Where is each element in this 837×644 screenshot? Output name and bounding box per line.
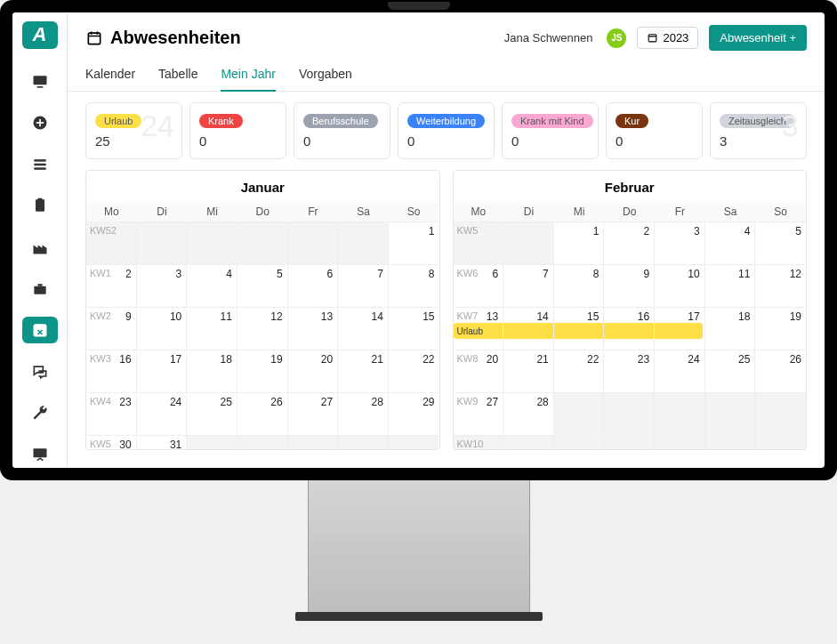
calendar-cell[interactable]: 31 <box>137 436 188 450</box>
calendar-cell[interactable]: 22 <box>389 350 439 393</box>
calendar-cell[interactable]: KW423 <box>86 393 137 436</box>
stat-card-urlaub[interactable]: Urlaub2524 <box>85 102 182 159</box>
calendar-cell[interactable]: 19 <box>755 308 806 350</box>
day-number: 27 <box>321 396 333 408</box>
nav-settings[interactable] <box>22 399 58 427</box>
calendar-cell[interactable]: 9 <box>604 265 655 308</box>
absence-event[interactable]: Urlaub <box>503 323 553 339</box>
tab-mein-jahr[interactable]: Mein Jahr <box>221 61 275 92</box>
calendar-cell[interactable]: 11 <box>705 265 756 308</box>
absence-event[interactable]: Urlaub <box>604 323 654 339</box>
calendar-cell[interactable]: 25 <box>705 350 756 393</box>
calendar-cell[interactable]: 15 <box>389 308 439 350</box>
calendar-cell[interactable]: 8 <box>554 265 605 308</box>
calendar-cell[interactable]: KW66 <box>454 265 504 308</box>
calendar-cell[interactable]: 27 <box>288 393 339 436</box>
absence-event[interactable]: Urlaub <box>655 323 703 339</box>
plus-circle-icon <box>31 114 49 132</box>
day-number: 3 <box>176 268 182 280</box>
tab-tabelle[interactable]: Tabelle <box>158 61 197 92</box>
calendar-cell[interactable]: 1 <box>389 222 439 265</box>
calendar-cell[interactable]: 3 <box>137 265 188 308</box>
calendar-cell[interactable]: 29 <box>389 393 439 436</box>
calendar-cell <box>338 436 389 450</box>
calendar-cell[interactable]: 1 <box>554 222 605 265</box>
calendar-cell[interactable]: 17 <box>137 350 188 393</box>
calendar-cell[interactable]: 26 <box>755 350 806 393</box>
calendar-cell[interactable]: 23 <box>604 350 655 393</box>
stat-card-berufsschule[interactable]: Berufsschule0 <box>294 102 390 159</box>
calendar-cell[interactable]: 18 <box>187 350 237 393</box>
stat-card-zeitausgleich[interactable]: Zeitausgleich33 <box>710 102 807 159</box>
svg-rect-15 <box>649 35 657 42</box>
calendar-cell[interactable]: 19 <box>237 350 288 393</box>
nav-dashboard[interactable] <box>22 68 58 96</box>
calendar-cell[interactable]: 20 <box>288 350 339 393</box>
calendar-cell[interactable]: 24 <box>655 350 705 393</box>
calendar-cell[interactable]: 12 <box>237 308 288 350</box>
calendar-cell[interactable]: 25 <box>187 393 237 436</box>
calendar-cell[interactable]: 13 <box>288 308 339 350</box>
stat-card-krank[interactable]: Krank0 <box>189 102 286 159</box>
stat-card-kur[interactable]: Kur0 <box>606 102 703 159</box>
nav-list[interactable] <box>22 151 58 179</box>
calendar-cell[interactable]: 21 <box>338 350 389 393</box>
calendar-cell[interactable]: 28 <box>338 393 389 436</box>
calendar-cell[interactable]: 28 <box>503 393 554 436</box>
calendar-cell[interactable]: 4 <box>705 222 756 265</box>
nav-export[interactable] <box>22 440 58 468</box>
calendar-cell[interactable]: 24 <box>137 393 188 436</box>
absence-event[interactable]: Urlaub <box>554 323 604 339</box>
new-absence-button[interactable]: Abwesenheit + <box>709 25 807 51</box>
calendar-cell[interactable]: 15Urlaub <box>554 308 605 350</box>
calendar-cell[interactable]: 4 <box>187 265 237 308</box>
calendar-cell[interactable]: KW927 <box>454 393 504 436</box>
absence-event[interactable]: Urlaub <box>454 323 503 339</box>
day-number: 28 <box>536 396 548 408</box>
calendar-cell[interactable]: 11 <box>187 308 237 350</box>
year-selector[interactable]: 2023 <box>637 27 698 49</box>
stat-card-krank-mit-kind[interactable]: Krank mit Kind0 <box>502 102 599 159</box>
weekday-header: Mi <box>554 202 605 222</box>
calendar-cell[interactable]: KW316 <box>86 350 137 393</box>
calendar-cell[interactable]: 12 <box>755 265 806 308</box>
tab-vorgaben[interactable]: Vorgaben <box>299 61 352 92</box>
calendar-cell[interactable]: 10 <box>137 308 188 350</box>
calendar-cell[interactable]: 21 <box>503 350 554 393</box>
nav-chat[interactable] <box>22 358 58 385</box>
calendar-cell[interactable]: 5 <box>237 265 288 308</box>
stat-card-weiterbildung[interactable]: Weiterbildung0 <box>398 102 495 159</box>
calendar-cell[interactable]: 3 <box>655 222 705 265</box>
calendar-cell[interactable]: 8 <box>389 265 439 308</box>
nav-factory[interactable] <box>22 234 58 262</box>
nav-add[interactable] <box>22 109 58 137</box>
calendar-cell: KW10 <box>454 436 504 450</box>
calendar-cell[interactable]: 18 <box>705 308 756 350</box>
day-number: 21 <box>536 353 548 366</box>
app-logo[interactable]: A <box>22 21 58 49</box>
tab-kalender[interactable]: Kalender <box>85 61 135 92</box>
calendar-cell[interactable]: 16Urlaub <box>604 308 655 350</box>
week-number: KW4 <box>90 396 111 407</box>
calendar-cell[interactable]: KW12 <box>86 265 137 308</box>
calendar-cell[interactable]: KW820 <box>454 350 504 393</box>
day-number: 6 <box>327 268 334 280</box>
calendar-cell[interactable]: 14 <box>338 308 389 350</box>
calendar-cell[interactable]: 22 <box>554 350 605 393</box>
calendar-cell[interactable]: 26 <box>237 393 288 436</box>
nav-absence[interactable] <box>22 317 58 344</box>
calendar-cell[interactable]: 6 <box>288 265 339 308</box>
calendar-cell[interactable]: KW29 <box>86 308 137 350</box>
calendar-cell[interactable]: 5 <box>755 222 806 265</box>
calendar-cell[interactable]: KW530 <box>86 436 137 450</box>
calendar-cell[interactable]: 2 <box>604 222 655 265</box>
nav-briefcase[interactable] <box>22 275 58 302</box>
avatar[interactable]: JS <box>607 28 626 48</box>
calendar-cell[interactable]: 10 <box>655 265 705 308</box>
calendar-cell[interactable]: 7 <box>503 265 554 308</box>
calendar-cell[interactable]: 17Urlaub <box>655 308 705 350</box>
calendar-cell[interactable]: KW713Urlaub <box>454 308 504 350</box>
nav-clipboard[interactable] <box>22 192 58 220</box>
calendar-cell[interactable]: 7 <box>338 265 389 308</box>
calendar-cell[interactable]: 14Urlaub <box>503 308 554 350</box>
